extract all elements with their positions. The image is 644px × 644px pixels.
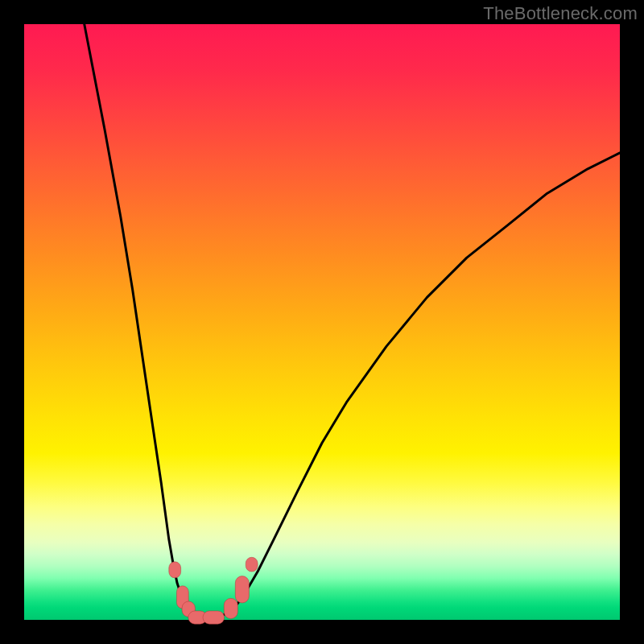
bottleneck-curve: [85, 24, 620, 618]
curve-path: [85, 24, 620, 618]
marker-point: [203, 611, 225, 624]
plot-area: [24, 24, 620, 620]
attribution-text: TheBottleneck.com: [483, 3, 638, 24]
marker-point: [224, 598, 237, 618]
marker-point: [169, 562, 181, 578]
marker-point: [235, 576, 249, 603]
chart-frame: TheBottleneck.com: [0, 0, 644, 644]
marker-point: [246, 557, 258, 572]
chart-svg: [24, 24, 620, 620]
marker-group: [169, 557, 258, 624]
